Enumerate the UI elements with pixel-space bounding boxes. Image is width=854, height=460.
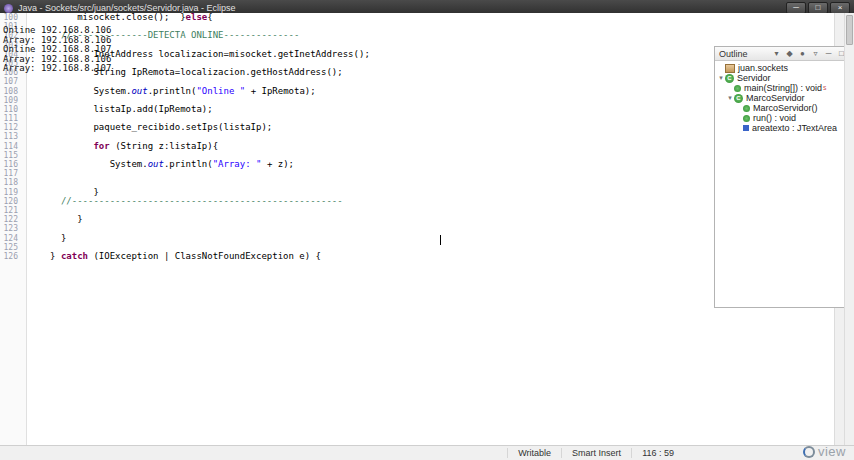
- watermark-text: view: [818, 444, 846, 459]
- console-output-line: Array: 192.168.8.106: [3, 55, 844, 65]
- window-title: Java - Sockets/src/juan/sockets/Servidor…: [18, 3, 236, 13]
- writable-status: Writable: [507, 448, 561, 458]
- scrollbar-thumb[interactable]: [846, 15, 853, 45]
- console-vertical-scrollbar[interactable]: [844, 13, 854, 450]
- code-line: 100 misocket.close(); }else{: [0, 13, 854, 22]
- console-panel: ▣Console×▲Problems@Javadoc◆Declaration◉S…: [0, 262, 562, 396]
- line-number: 100: [0, 13, 23, 22]
- status-bar: WritableSmart Insert116 : 59: [0, 445, 854, 460]
- console-output-line: Online 192.168.8.106: [3, 26, 844, 36]
- code-line-text[interactable]: misocket.close(); }else{: [23, 13, 213, 22]
- eclipse-logo-icon: [4, 4, 13, 13]
- insert-mode-status: Smart Insert: [561, 448, 631, 458]
- code-token: {: [207, 13, 212, 22]
- code-token: else: [186, 13, 208, 22]
- console-output-line: Online 192.168.8.107: [3, 45, 844, 55]
- text-caret: [440, 235, 441, 245]
- cursor-position: 116 : 59: [631, 448, 684, 458]
- console-output-line: Array: 192.168.8.106: [3, 36, 844, 46]
- watermark-circle-icon: [803, 446, 815, 458]
- console-output-line: Array: 192.168.8.107: [3, 64, 844, 74]
- console-output[interactable]: Online 192.168.8.106Array: 192.168.8.106…: [0, 24, 844, 450]
- watermark-logo: view: [803, 444, 846, 459]
- code-token: misocket.close();: [77, 13, 180, 22]
